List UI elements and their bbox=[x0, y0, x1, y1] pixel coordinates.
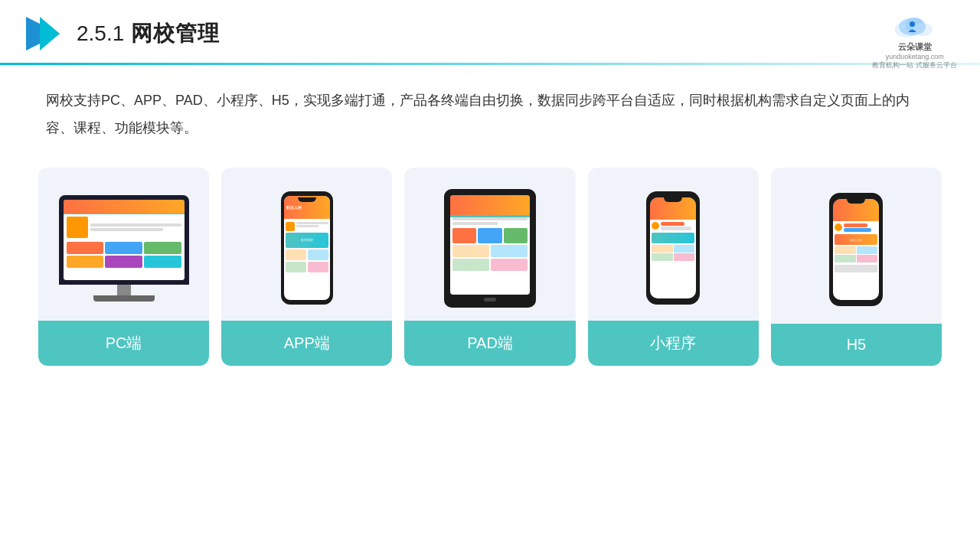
pc-monitor bbox=[59, 195, 189, 302]
h5-screen-content: 职达人的 bbox=[833, 221, 879, 300]
pc-label: PC端 bbox=[38, 321, 209, 366]
brand-tagline: 教育机构一站 式服务云平台 bbox=[872, 60, 957, 70]
h5-phone-notch bbox=[847, 199, 865, 204]
pad-label: PAD端 bbox=[404, 321, 575, 366]
app-mockup: 职达人的 推荐课程 bbox=[273, 168, 341, 321]
h5-card: 职达人的 H5 bbox=[771, 168, 942, 366]
mini-screen-content bbox=[650, 220, 696, 298]
miniprogram-card: 小程序 bbox=[588, 168, 759, 366]
svg-marker-1 bbox=[40, 17, 60, 51]
pc-mockup bbox=[51, 168, 197, 321]
mini-phone bbox=[646, 191, 700, 305]
miniprogram-label: 小程序 bbox=[588, 321, 759, 366]
brand-name: 云朵课堂 bbox=[898, 41, 932, 53]
app-card: 职达人的 推荐课程 bbox=[221, 168, 392, 366]
description-text: 网校支持PC、APP、PAD、小程序、H5，实现多端打通，产品各终端自由切换，数… bbox=[0, 65, 980, 149]
pad-mockup bbox=[436, 168, 544, 321]
page-header: 2.5.1 网校管理 云朵课堂 yunduoketang.com 教育机构一站 … bbox=[0, 0, 980, 54]
h5-mockup: 职达人的 bbox=[822, 168, 890, 324]
app-label: APP端 bbox=[221, 321, 392, 366]
brand-url: yunduoketang.com bbox=[886, 53, 944, 60]
h5-phone-screen: 职达人的 bbox=[833, 199, 879, 300]
pc-card: PC端 bbox=[38, 168, 209, 366]
tablet-home-button bbox=[484, 298, 496, 302]
pad-card: PAD端 bbox=[404, 168, 575, 366]
page-title: 2.5.1 网校管理 bbox=[77, 19, 220, 48]
h5-phone: 职达人的 bbox=[829, 193, 883, 306]
app-phone: 职达人的 推荐课程 bbox=[281, 191, 333, 305]
h5-label: H5 bbox=[771, 324, 942, 366]
device-cards-container: PC端 职达人的 bbox=[0, 149, 980, 381]
phone-notch bbox=[298, 197, 316, 202]
tablet bbox=[444, 189, 536, 308]
brand-logo-icon bbox=[888, 11, 942, 41]
description-content: 网校支持PC、APP、PAD、小程序、H5，实现多端打通，产品各终端自由切换，数… bbox=[46, 86, 934, 142]
svg-point-6 bbox=[910, 21, 915, 27]
brand-logo: 云朵课堂 yunduoketang.com 教育机构一站 式服务云平台 bbox=[872, 11, 957, 70]
tablet-screen bbox=[450, 195, 530, 295]
logo-icon bbox=[23, 14, 63, 54]
mini-phone-notch bbox=[664, 197, 682, 202]
mini-phone-screen bbox=[650, 197, 696, 298]
miniprogram-mockup bbox=[639, 168, 707, 321]
